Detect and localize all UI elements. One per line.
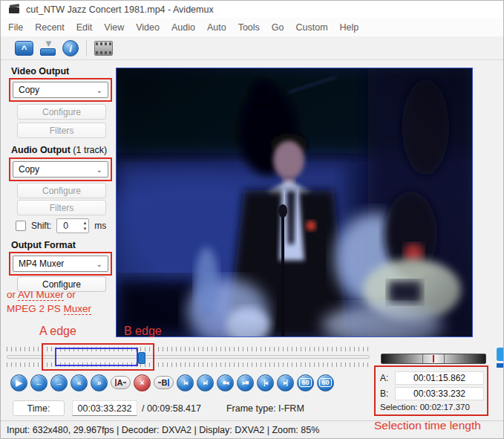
shift-value-spinner[interactable]: 0 ▲▼ [56, 218, 89, 233]
marker-a-value: 00:01:15.862 [395, 371, 484, 385]
menu-item-video[interactable]: Video [136, 22, 160, 33]
save-file-icon[interactable]: ▼ [39, 40, 57, 56]
menu-item-edit[interactable]: Edit [76, 22, 93, 33]
audio-track-count: (1 track) [71, 145, 107, 155]
menu-item-file[interactable]: File [8, 22, 23, 33]
audio-filters-button[interactable]: Filters [17, 200, 106, 215]
audio-codec-highlight: Copy ⌄ [9, 157, 112, 181]
total-time-label: / 00:09:58.417 [142, 403, 201, 414]
filmstrip-icon[interactable] [94, 41, 113, 56]
muxer-note-line2: MPEG 2 PS Muxer [7, 303, 91, 314]
video-filters-button[interactable]: Filters [17, 123, 106, 138]
menu-item-tools[interactable]: Tools [238, 22, 260, 33]
play-button[interactable]: ▶ [10, 374, 27, 391]
delete-selection-button[interactable]: × [134, 374, 151, 391]
marker-b-value: 00:03:33.232 [395, 387, 484, 400]
shift-checkbox[interactable] [16, 221, 26, 231]
note-text: or [64, 289, 76, 300]
marker-b-label: B: [380, 388, 395, 399]
next-frame-button[interactable]: → [50, 374, 68, 391]
next-keyframe-button[interactable]: » [91, 374, 108, 391]
back-60s-button[interactable]: 60 [297, 374, 314, 391]
selection-annotation-rect [42, 343, 154, 371]
avi-muxer-link: AVI Muxer [18, 289, 64, 301]
muxer-value: MP4 Muxer [19, 258, 64, 269]
transport-controls: ▶←→«»A×BI◂▸I■◂▸■|◂▸|6060 [10, 373, 334, 392]
menu-item-custom[interactable]: Custom [296, 22, 328, 33]
marker-b-row: B: 00:03:33.232 [380, 387, 484, 400]
audio-shift-row: Shift: 0 ▲▼ ms [16, 218, 106, 233]
volume-segment [444, 354, 445, 363]
video-content [117, 68, 472, 336]
window-title: cut_NTW Jazz Concert 1981.mp4 - Avidemux [26, 4, 214, 15]
volume-marker[interactable] [433, 355, 434, 362]
menu-item-go[interactable]: Go [272, 22, 284, 33]
forward-60s-button[interactable]: 60 [317, 374, 334, 391]
spinner-arrows-icon[interactable]: ▲▼ [82, 220, 87, 232]
menu-item-view[interactable]: View [104, 22, 124, 33]
menu-item-recent[interactable]: Recent [35, 22, 65, 33]
video-output-label: Video Output [11, 66, 69, 77]
audio-configure-button[interactable]: Configure [17, 183, 106, 198]
video-preview [116, 68, 473, 337]
audio-codec-value: Copy [19, 164, 39, 175]
first-frame-button[interactable]: |◂ [257, 374, 274, 391]
shift-unit-label: ms [94, 221, 106, 231]
save-arrow-icon: ▼ [44, 40, 51, 47]
menu-item-help[interactable]: Help [340, 22, 359, 33]
marker-a-label: A: [380, 373, 395, 383]
current-time-field[interactable]: 00:03:33.232 [72, 400, 137, 416]
goto-selection-start-button[interactable]: I◂ [177, 374, 194, 391]
audio-output-label: Audio Output (1 track) [11, 145, 107, 155]
avidemux-window: cut_NTW Jazz Concert 1981.mp4 - Avidemux… [0, 0, 504, 439]
output-format-label: Output Format [11, 240, 76, 250]
next-black-frame-button[interactable]: ▸■ [237, 374, 254, 391]
volume-slider[interactable] [381, 354, 486, 364]
volume-segment [402, 354, 402, 363]
time-label: Time: [13, 400, 65, 416]
note-text: MPEG 2 PS [7, 303, 64, 314]
audio-output-title: Audio Output [11, 145, 71, 155]
save-tray-icon [40, 48, 56, 56]
menu-item-audio[interactable]: Audio [171, 22, 195, 33]
info-icon[interactable]: i [62, 40, 79, 56]
muxer-select[interactable]: MP4 Muxer ⌄ [13, 256, 108, 272]
menu-bar: FileRecentEditViewVideoAudioAutoToolsGoC… [1, 18, 503, 37]
volume-segment [422, 354, 423, 363]
audio-codec-select[interactable]: Copy ⌄ [13, 161, 108, 178]
shift-value: 0 [63, 221, 68, 231]
selection-duration-label: Selection: 00:02:17.370 [380, 403, 470, 412]
title-bar: cut_NTW Jazz Concert 1981.mp4 - Avidemux [1, 1, 503, 18]
goto-selection-end-button[interactable]: ▸I [197, 374, 214, 391]
prev-black-frame-button[interactable]: ■◂ [217, 374, 234, 391]
app-icon [9, 4, 20, 14]
muxer-highlight: MP4 Muxer ⌄ [9, 252, 112, 276]
volume-segment [465, 354, 465, 363]
set-marker-b-button[interactable]: B [154, 376, 174, 389]
mpeg-muxer-link: Muxer [64, 303, 92, 315]
main-toolbar: ^ ▼ i [1, 37, 503, 60]
toolbar-separator [86, 40, 87, 56]
time-row: Time: 00:03:33.232 / 00:09:58.417 Frame … [13, 400, 304, 416]
speaker-icon[interactable] [497, 348, 504, 361]
open-file-icon[interactable]: ^ [15, 41, 33, 56]
prev-keyframe-button[interactable]: « [71, 374, 88, 391]
muxer-note-line1: or AVI Muxer or [7, 289, 76, 300]
status-text: Input: 632x480, 29.967fps | Decoder: DXV… [7, 425, 319, 435]
video-configure-button[interactable]: Configure [17, 104, 106, 120]
marker-a-row: A: 00:01:15.862 [380, 371, 484, 385]
set-marker-a-button[interactable]: A [111, 376, 131, 389]
video-codec-select[interactable]: Copy ⌄ [13, 82, 108, 98]
shift-label: Shift: [31, 221, 51, 231]
last-frame-button[interactable]: ▸| [277, 374, 294, 391]
video-codec-value: Copy [19, 85, 39, 95]
selection-caption-annotation: Selection time length [374, 419, 481, 432]
b-edge-annotation: B edge [124, 325, 162, 338]
menu-item-auto[interactable]: Auto [207, 22, 226, 33]
video-codec-highlight: Copy ⌄ [9, 78, 112, 102]
frame-type-label: Frame type: I-FRM [226, 403, 304, 414]
chevron-down-icon: ⌄ [96, 260, 102, 268]
chevron-down-icon: ⌄ [96, 166, 102, 174]
a-edge-annotation: A edge [39, 325, 76, 338]
prev-frame-button[interactable]: ← [30, 374, 48, 391]
